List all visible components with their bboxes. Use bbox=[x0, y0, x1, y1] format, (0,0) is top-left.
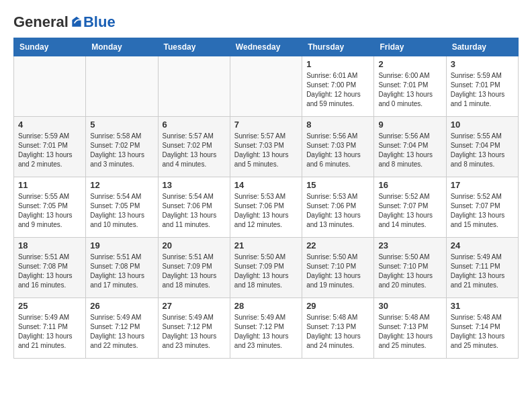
week-row-4: 18Sunrise: 5:51 AM Sunset: 7:08 PM Dayli… bbox=[14, 238, 519, 298]
day-info: Sunrise: 5:48 AM Sunset: 7:13 PM Dayligh… bbox=[306, 313, 369, 351]
day-number: 16 bbox=[378, 180, 441, 190]
calendar-cell: 7Sunrise: 5:57 AM Sunset: 7:03 PM Daylig… bbox=[230, 117, 302, 177]
day-number: 14 bbox=[234, 180, 298, 190]
day-number: 12 bbox=[90, 180, 153, 190]
day-info: Sunrise: 5:59 AM Sunset: 7:01 PM Dayligh… bbox=[18, 132, 81, 169]
calendar-cell: 1Sunrise: 6:01 AM Sunset: 7:00 PM Daylig… bbox=[302, 56, 374, 117]
header: General Blue bbox=[13, 13, 519, 31]
day-info: Sunrise: 5:52 AM Sunset: 7:07 PM Dayligh… bbox=[451, 192, 514, 230]
calendar-cell: 20Sunrise: 5:51 AM Sunset: 7:09 PM Dayli… bbox=[158, 238, 230, 298]
day-number: 27 bbox=[163, 301, 226, 311]
calendar-cell: 18Sunrise: 5:51 AM Sunset: 7:08 PM Dayli… bbox=[14, 238, 86, 298]
logo: General Blue bbox=[13, 13, 116, 31]
day-info: Sunrise: 5:49 AM Sunset: 7:12 PM Dayligh… bbox=[163, 313, 226, 351]
day-number: 1 bbox=[306, 59, 369, 69]
day-number: 23 bbox=[378, 240, 441, 250]
day-info: Sunrise: 5:58 AM Sunset: 7:02 PM Dayligh… bbox=[90, 132, 153, 169]
day-number: 17 bbox=[451, 180, 514, 190]
calendar-cell bbox=[230, 56, 302, 117]
day-info: Sunrise: 5:48 AM Sunset: 7:14 PM Dayligh… bbox=[451, 313, 514, 351]
weekday-header-monday: Monday bbox=[86, 38, 158, 56]
day-number: 13 bbox=[163, 180, 226, 190]
day-number: 2 bbox=[378, 59, 441, 69]
calendar-cell: 24Sunrise: 5:49 AM Sunset: 7:11 PM Dayli… bbox=[446, 238, 518, 298]
calendar-cell: 30Sunrise: 5:48 AM Sunset: 7:13 PM Dayli… bbox=[374, 298, 446, 359]
day-info: Sunrise: 5:49 AM Sunset: 7:12 PM Dayligh… bbox=[90, 313, 153, 351]
day-number: 9 bbox=[378, 120, 441, 130]
day-info: Sunrise: 5:50 AM Sunset: 7:10 PM Dayligh… bbox=[306, 253, 369, 290]
day-info: Sunrise: 5:49 AM Sunset: 7:11 PM Dayligh… bbox=[451, 253, 514, 290]
week-row-3: 11Sunrise: 5:55 AM Sunset: 7:05 PM Dayli… bbox=[14, 177, 519, 238]
day-number: 8 bbox=[306, 120, 369, 130]
day-info: Sunrise: 5:54 AM Sunset: 7:05 PM Dayligh… bbox=[90, 192, 153, 230]
calendar-cell: 3Sunrise: 5:59 AM Sunset: 7:01 PM Daylig… bbox=[446, 56, 518, 117]
day-number: 10 bbox=[451, 120, 514, 130]
calendar-cell: 25Sunrise: 5:49 AM Sunset: 7:11 PM Dayli… bbox=[14, 298, 86, 359]
week-row-1: 1Sunrise: 6:01 AM Sunset: 7:00 PM Daylig… bbox=[14, 56, 519, 117]
day-number: 29 bbox=[306, 301, 369, 311]
calendar-table: SundayMondayTuesdayWednesdayThursdayFrid… bbox=[13, 38, 519, 359]
calendar-cell: 31Sunrise: 5:48 AM Sunset: 7:14 PM Dayli… bbox=[446, 298, 518, 359]
calendar-cell bbox=[158, 56, 230, 117]
day-info: Sunrise: 5:50 AM Sunset: 7:09 PM Dayligh… bbox=[234, 253, 298, 290]
day-info: Sunrise: 5:51 AM Sunset: 7:09 PM Dayligh… bbox=[163, 253, 226, 290]
weekday-header-sunday: Sunday bbox=[14, 38, 86, 56]
day-number: 4 bbox=[18, 120, 81, 130]
calendar-cell: 17Sunrise: 5:52 AM Sunset: 7:07 PM Dayli… bbox=[446, 177, 518, 238]
calendar-cell: 19Sunrise: 5:51 AM Sunset: 7:08 PM Dayli… bbox=[86, 238, 158, 298]
day-number: 5 bbox=[90, 120, 153, 130]
day-number: 15 bbox=[306, 180, 369, 190]
day-info: Sunrise: 5:50 AM Sunset: 7:10 PM Dayligh… bbox=[378, 253, 441, 290]
weekday-header-thursday: Thursday bbox=[302, 38, 374, 56]
calendar-cell: 12Sunrise: 5:54 AM Sunset: 7:05 PM Dayli… bbox=[86, 177, 158, 238]
day-info: Sunrise: 5:53 AM Sunset: 7:06 PM Dayligh… bbox=[306, 192, 369, 230]
week-row-2: 4Sunrise: 5:59 AM Sunset: 7:01 PM Daylig… bbox=[14, 117, 519, 177]
day-info: Sunrise: 5:56 AM Sunset: 7:04 PM Dayligh… bbox=[378, 132, 441, 169]
calendar-cell: 10Sunrise: 5:55 AM Sunset: 7:04 PM Dayli… bbox=[446, 117, 518, 177]
day-number: 26 bbox=[90, 301, 153, 311]
week-row-5: 25Sunrise: 5:49 AM Sunset: 7:11 PM Dayli… bbox=[14, 298, 519, 359]
calendar-cell: 27Sunrise: 5:49 AM Sunset: 7:12 PM Dayli… bbox=[158, 298, 230, 359]
calendar-cell: 13Sunrise: 5:54 AM Sunset: 7:06 PM Dayli… bbox=[158, 177, 230, 238]
day-info: Sunrise: 5:49 AM Sunset: 7:12 PM Dayligh… bbox=[234, 313, 298, 351]
calendar-cell: 26Sunrise: 5:49 AM Sunset: 7:12 PM Dayli… bbox=[86, 298, 158, 359]
calendar-cell: 4Sunrise: 5:59 AM Sunset: 7:01 PM Daylig… bbox=[14, 117, 86, 177]
day-info: Sunrise: 6:00 AM Sunset: 7:01 PM Dayligh… bbox=[378, 71, 441, 109]
weekday-header-tuesday: Tuesday bbox=[158, 38, 230, 56]
day-number: 7 bbox=[234, 120, 298, 130]
calendar-cell: 6Sunrise: 5:57 AM Sunset: 7:02 PM Daylig… bbox=[158, 117, 230, 177]
calendar-cell: 9Sunrise: 5:56 AM Sunset: 7:04 PM Daylig… bbox=[374, 117, 446, 177]
day-number: 6 bbox=[163, 120, 226, 130]
calendar-cell: 29Sunrise: 5:48 AM Sunset: 7:13 PM Dayli… bbox=[302, 298, 374, 359]
calendar-cell: 14Sunrise: 5:53 AM Sunset: 7:06 PM Dayli… bbox=[230, 177, 302, 238]
calendar-cell: 28Sunrise: 5:49 AM Sunset: 7:12 PM Dayli… bbox=[230, 298, 302, 359]
logo-general: General bbox=[13, 13, 69, 31]
day-number: 21 bbox=[234, 240, 298, 250]
calendar-cell: 23Sunrise: 5:50 AM Sunset: 7:10 PM Dayli… bbox=[374, 238, 446, 298]
day-number: 25 bbox=[18, 301, 81, 311]
weekday-header-wednesday: Wednesday bbox=[230, 38, 302, 56]
day-info: Sunrise: 5:55 AM Sunset: 7:04 PM Dayligh… bbox=[451, 132, 514, 169]
calendar-body: 1Sunrise: 6:01 AM Sunset: 7:00 PM Daylig… bbox=[14, 56, 519, 359]
day-info: Sunrise: 5:51 AM Sunset: 7:08 PM Dayligh… bbox=[90, 253, 153, 290]
weekday-header-saturday: Saturday bbox=[446, 38, 518, 56]
calendar-cell: 15Sunrise: 5:53 AM Sunset: 7:06 PM Dayli… bbox=[302, 177, 374, 238]
weekday-row: SundayMondayTuesdayWednesdayThursdayFrid… bbox=[14, 38, 519, 56]
day-info: Sunrise: 5:51 AM Sunset: 7:08 PM Dayligh… bbox=[18, 253, 81, 290]
day-info: Sunrise: 5:53 AM Sunset: 7:06 PM Dayligh… bbox=[234, 192, 298, 230]
day-number: 19 bbox=[90, 240, 153, 250]
calendar-cell bbox=[86, 56, 158, 117]
day-number: 11 bbox=[18, 180, 81, 190]
day-info: Sunrise: 6:01 AM Sunset: 7:00 PM Dayligh… bbox=[306, 71, 369, 109]
logo-blue: Blue bbox=[83, 13, 116, 31]
day-number: 20 bbox=[163, 240, 226, 250]
calendar-cell: 2Sunrise: 6:00 AM Sunset: 7:01 PM Daylig… bbox=[374, 56, 446, 117]
calendar-cell: 16Sunrise: 5:52 AM Sunset: 7:07 PM Dayli… bbox=[374, 177, 446, 238]
day-number: 22 bbox=[306, 240, 369, 250]
day-info: Sunrise: 5:52 AM Sunset: 7:07 PM Dayligh… bbox=[378, 192, 441, 230]
calendar-cell bbox=[14, 56, 86, 117]
day-info: Sunrise: 5:57 AM Sunset: 7:03 PM Dayligh… bbox=[234, 132, 298, 169]
logo-icon bbox=[70, 15, 83, 29]
day-info: Sunrise: 5:57 AM Sunset: 7:02 PM Dayligh… bbox=[163, 132, 226, 169]
calendar-cell: 5Sunrise: 5:58 AM Sunset: 7:02 PM Daylig… bbox=[86, 117, 158, 177]
